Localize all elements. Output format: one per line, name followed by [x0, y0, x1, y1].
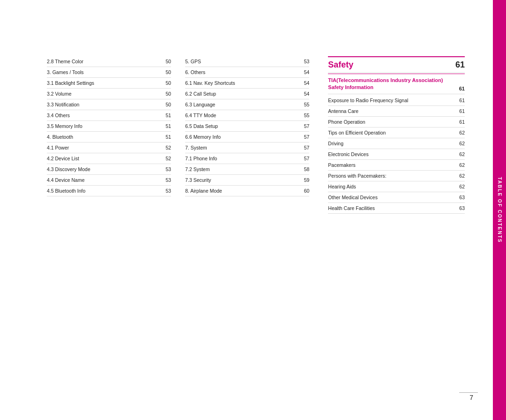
- toc-page: 62: [455, 141, 465, 146]
- toc-label: 6.3 Language: [185, 102, 298, 107]
- toc-entry: Electronic Devices 62: [328, 149, 465, 160]
- toc-label: 7.1 Phone Info: [185, 156, 298, 161]
- toc-label: 2.8 Theme Color: [47, 59, 160, 64]
- toc-entry: 5. GPS 53: [185, 56, 309, 67]
- toc-entry: 7. System 57: [185, 142, 309, 153]
- toc-entry: 4. Bluetooth 51: [47, 132, 171, 142]
- toc-entry: Antenna Care 61: [328, 106, 465, 117]
- toc-label: 7. System: [185, 145, 298, 150]
- toc-label: Phone Operation: [328, 119, 454, 125]
- toc-entry: 6.3 Language 55: [185, 99, 309, 110]
- toc-entry: 4.1 Power 52: [47, 142, 171, 153]
- toc-entry: 3.4 Others 51: [47, 110, 171, 121]
- toc-label: Other Medical Devices: [328, 195, 454, 200]
- toc-page: 63: [455, 195, 465, 200]
- toc-label: 6.4 TTY Mode: [185, 112, 298, 118]
- column-1: 2.8 Theme Color 50 3. Games / Tools 50 3…: [47, 56, 185, 392]
- toc-page: 52: [162, 145, 171, 150]
- toc-entry: 8. Airplane Mode 60: [185, 186, 309, 196]
- toc-page: 61: [455, 98, 465, 103]
- toc-entry: 2.8 Theme Color 50: [47, 56, 171, 67]
- toc-page: 62: [455, 130, 465, 135]
- toc-entry: 7.1 Phone Info 57: [185, 153, 309, 164]
- toc-label: Persons with Pacemakers:: [328, 173, 454, 179]
- toc-entry: Other Medical Devices 63: [328, 192, 465, 203]
- toc-entry: 3.3 Notification 50: [47, 99, 171, 110]
- toc-page: 53: [162, 177, 171, 183]
- toc-entry: Tips on Efficient Operation 62: [328, 128, 465, 138]
- toc-label: Exposure to Radio Frequency Signal: [328, 98, 454, 103]
- toc-entry: 4.3 Discovery Mode 53: [47, 164, 171, 175]
- toc-entry: 4.5 Bluetooth Info 53: [47, 186, 171, 196]
- toc-label: Antenna Care: [328, 108, 454, 114]
- toc-label: 3. Games / Tools: [47, 69, 160, 75]
- toc-page: 54: [300, 91, 309, 97]
- sidebar-label: TABLE OF CONTENTS: [497, 177, 502, 243]
- toc-entry: Phone Operation 61: [328, 117, 465, 128]
- toc-label: 4.1 Power: [47, 145, 160, 150]
- toc-page: 53: [162, 188, 171, 194]
- toc-page: 55: [300, 102, 309, 107]
- safety-header: Safety 61: [328, 56, 465, 73]
- toc-page: 50: [162, 91, 171, 97]
- toc-entry: 6.6 Memory Info 57: [185, 132, 309, 142]
- toc-label: 3.1 Backlight Settings: [47, 80, 160, 86]
- toc-page: 55: [300, 112, 309, 118]
- toc-page: 59: [300, 177, 309, 183]
- toc-page: 61: [455, 119, 465, 125]
- toc-entry: 4.4 Device Name 53: [47, 175, 171, 186]
- toc-label: 4.2 Device List: [47, 156, 160, 161]
- toc-page: 57: [300, 134, 309, 140]
- toc-label: 4.3 Discovery Mode: [47, 166, 160, 172]
- main-content: 2.8 Theme Color 50 3. Games / Tools 50 3…: [0, 0, 493, 420]
- toc-label: 5. GPS: [185, 59, 298, 64]
- toc-page: 62: [455, 162, 465, 168]
- safety-column: Safety 61 TIA(Telecommunications Industr…: [323, 56, 465, 392]
- toc-label: 3.3 Notification: [47, 102, 160, 107]
- toc-page: 52: [162, 156, 171, 161]
- toc-page: 51: [162, 134, 171, 140]
- toc-entry: 6.1 Nav. Key Shortcuts 54: [185, 78, 309, 89]
- toc-label: 6.2 Call Setup: [185, 91, 298, 97]
- toc-label: 3.2 Volume: [47, 91, 160, 97]
- page-number: 7: [469, 394, 473, 401]
- toc-page: 54: [300, 69, 309, 75]
- toc-page: 58: [300, 166, 309, 172]
- toc-entry: 6.4 TTY Mode 55: [185, 110, 309, 121]
- toc-label: 3.4 Others: [47, 112, 160, 118]
- toc-entry: 6. Others 54: [185, 67, 309, 78]
- toc-label: 7.2 System: [185, 166, 298, 172]
- toc-page: 54: [300, 80, 309, 86]
- toc-label: 6. Others: [185, 69, 298, 75]
- toc-entry: 6.5 Data Setup 57: [185, 121, 309, 132]
- toc-entry: Pacemakers 62: [328, 160, 465, 171]
- tia-page: 61: [459, 86, 465, 91]
- toc-page: 63: [455, 205, 465, 211]
- toc-label: 3.5 Memory Info: [47, 123, 160, 129]
- sidebar: TABLE OF CONTENTS: [493, 0, 506, 420]
- toc-label: 4. Bluetooth: [47, 134, 160, 140]
- page-line: [459, 392, 478, 393]
- toc-label: Tips on Efficient Operation: [328, 130, 454, 135]
- toc-page: 51: [162, 112, 171, 118]
- toc-entry: Hearing Aids 62: [328, 181, 465, 192]
- toc-entry: 7.2 System 58: [185, 164, 309, 175]
- safety-title: Safety: [328, 60, 455, 70]
- toc-entry: Driving 62: [328, 138, 465, 149]
- column-2: 5. GPS 53 6. Others 54 6.1 Nav. Key Shor…: [185, 56, 323, 392]
- toc-entry: Health Care Facilities 63: [328, 203, 465, 214]
- toc-entry: 3.1 Backlight Settings 50: [47, 78, 171, 89]
- toc-page: 57: [300, 156, 309, 161]
- toc-page: 50: [162, 80, 171, 86]
- toc-page: 50: [162, 102, 171, 107]
- toc-page: 51: [162, 123, 171, 129]
- toc-label: Hearing Aids: [328, 184, 454, 189]
- toc-page: 53: [162, 166, 171, 172]
- toc-label: 6.6 Memory Info: [185, 134, 298, 140]
- toc-entry: 3.2 Volume 50: [47, 89, 171, 99]
- toc-page: 62: [455, 173, 465, 179]
- toc-page: 60: [300, 188, 309, 194]
- toc-entry: 6.2 Call Setup 54: [185, 89, 309, 99]
- toc-page: 61: [455, 108, 465, 114]
- toc-label: Electronic Devices: [328, 151, 454, 157]
